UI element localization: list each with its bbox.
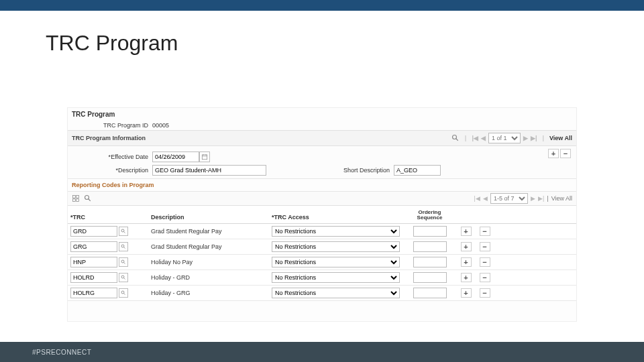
ordering-sequence-input[interactable] — [413, 241, 447, 252]
short-description-label: Short Description — [327, 167, 394, 174]
find-icon[interactable] — [451, 134, 460, 142]
grid-next-icon[interactable]: ▶ — [531, 195, 535, 202]
svg-point-10 — [85, 196, 89, 200]
trc-access-select[interactable]: No Restrictions — [272, 288, 400, 298]
grid-toolbar: |◀ ◀ 1-5 of 7 ▶ ▶| | View All — [68, 191, 576, 206]
header-description: Description — [148, 206, 269, 223]
svg-rect-6 — [73, 196, 76, 198]
table-row: Grad Student Regular PayNo Restrictions+… — [68, 224, 576, 239]
add-row-button[interactable]: + — [548, 149, 559, 158]
info-section-controls: | |◀ ◀ 1 of 1 ▶ ▶| | View All — [451, 133, 572, 143]
next-page-icon[interactable]: ▶ — [523, 135, 528, 141]
trc-input[interactable] — [70, 272, 117, 283]
row-delete-button[interactable]: − — [480, 242, 490, 251]
svg-point-0 — [452, 135, 456, 139]
info-section-title: TRC Program Information — [72, 135, 146, 141]
trc-description: Holiday - GRD — [148, 270, 269, 285]
table-row: Holiday - GRGNo Restrictions+− — [68, 286, 576, 301]
grid-prev-icon[interactable]: ◀ — [483, 195, 488, 202]
effective-date-label: Effective Date — [72, 154, 152, 160]
grid-first-icon[interactable]: |◀ — [474, 195, 480, 202]
footer-hashtag: #PSRECONNECT — [32, 349, 91, 356]
svg-line-15 — [124, 247, 125, 249]
ordering-sequence-input[interactable] — [413, 288, 447, 298]
svg-line-11 — [89, 199, 91, 201]
effective-date-input[interactable] — [152, 152, 199, 162]
row-add-button[interactable]: + — [461, 242, 472, 251]
slide-footer: #PSRECONNECT — [0, 342, 644, 362]
lookup-icon[interactable] — [119, 242, 128, 251]
header-ordering-sequence: Ordering Sequence — [403, 206, 457, 223]
row-add-button[interactable]: + — [461, 288, 472, 298]
svg-line-19 — [124, 278, 125, 280]
trc-access-select[interactable]: No Restrictions — [272, 257, 400, 267]
last-page-icon[interactable]: ▶| — [531, 135, 537, 141]
svg-point-12 — [121, 229, 124, 232]
info-section-header: TRC Program Information | |◀ ◀ 1 of 1 ▶ … — [68, 130, 576, 146]
svg-line-13 — [124, 232, 125, 233]
svg-point-14 — [121, 245, 124, 247]
grid-last-icon[interactable]: ▶| — [538, 195, 544, 202]
ordering-sequence-input[interactable] — [413, 257, 447, 267]
trc-description: Grad Student Regular Pay — [148, 239, 269, 254]
row-delete-button[interactable]: − — [480, 273, 490, 282]
trc-description: Holiday - GRG — [148, 286, 269, 300]
program-id-value: 00005 — [152, 122, 169, 129]
svg-point-16 — [121, 260, 124, 263]
header-trc-access: TRC Access — [269, 206, 403, 223]
trc-description: Grad Student Regular Pay — [148, 224, 269, 239]
codes-section-title: Reporting Codes in Program — [68, 179, 576, 191]
svg-point-20 — [121, 291, 124, 294]
trc-access-select[interactable]: No Restrictions — [272, 272, 400, 283]
description-input[interactable] — [152, 165, 266, 176]
svg-line-21 — [124, 294, 125, 295]
svg-rect-2 — [202, 155, 207, 160]
calendar-icon[interactable] — [199, 152, 210, 162]
row-add-button[interactable]: + — [461, 227, 472, 236]
trc-access-select[interactable]: No Restrictions — [272, 241, 400, 252]
table-row: Holiday - GRDNo Restrictions+− — [68, 270, 576, 286]
find-grid-icon[interactable] — [84, 194, 92, 202]
trc-access-select[interactable]: No Restrictions — [272, 226, 400, 237]
view-all-link[interactable]: View All — [549, 135, 572, 141]
row-delete-button[interactable]: − — [480, 257, 490, 267]
grid-body: Grad Student Regular PayNo Restrictions+… — [68, 224, 576, 301]
grid-pager-select[interactable]: 1-5 of 7 — [490, 193, 528, 204]
short-description-input[interactable] — [394, 165, 441, 176]
trc-input[interactable] — [70, 288, 117, 298]
lookup-icon[interactable] — [119, 273, 128, 282]
ordering-sequence-input[interactable] — [413, 226, 447, 237]
program-id-row: TRC Program ID 00005 — [68, 121, 576, 130]
lookup-icon[interactable] — [119, 257, 128, 267]
slide-title: TRC Program — [46, 31, 644, 56]
trc-input[interactable] — [70, 226, 117, 237]
personalize-icon[interactable] — [72, 194, 80, 202]
ordering-sequence-input[interactable] — [413, 272, 447, 283]
row-add-button[interactable]: + — [461, 273, 472, 282]
header-trc: TRC — [68, 206, 148, 223]
trc-input[interactable] — [70, 241, 117, 252]
svg-line-17 — [124, 263, 125, 264]
description-label: Description — [72, 167, 152, 174]
grid-view-all-link[interactable]: View All — [551, 195, 572, 202]
svg-rect-8 — [73, 199, 76, 202]
prev-page-icon[interactable]: ◀ — [481, 135, 486, 141]
table-row: Holiday No PayNo Restrictions+− — [68, 255, 576, 270]
lookup-icon[interactable] — [119, 288, 128, 298]
grid-header-row: TRC Description TRC Access Ordering Sequ… — [68, 206, 576, 224]
trc-description: Holiday No Pay — [148, 255, 269, 269]
svg-rect-7 — [76, 196, 79, 198]
svg-rect-9 — [76, 199, 79, 202]
first-page-icon[interactable]: |◀ — [472, 135, 478, 141]
info-body: + − Effective Date Description Short Des… — [68, 146, 576, 179]
delete-row-button[interactable]: − — [560, 149, 571, 158]
lookup-icon[interactable] — [119, 227, 128, 236]
row-delete-button[interactable]: − — [480, 227, 490, 236]
trc-program-window: TRC Program TRC Program ID 00005 TRC Pro… — [67, 107, 577, 322]
row-delete-button[interactable]: − — [480, 288, 490, 298]
program-id-label: TRC Program ID — [72, 122, 152, 129]
info-pager-select[interactable]: 1 of 1 — [488, 133, 521, 143]
row-add-button[interactable]: + — [461, 257, 472, 267]
trc-input[interactable] — [70, 257, 117, 267]
svg-point-18 — [121, 276, 124, 278]
